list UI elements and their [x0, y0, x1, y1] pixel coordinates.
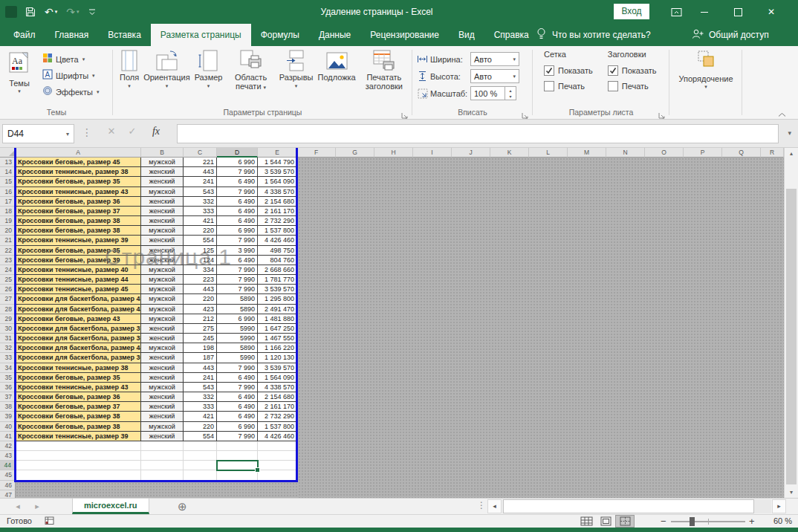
select-all-corner[interactable] [0, 148, 16, 158]
cell-total[interactable]: 1 564 090 [258, 373, 297, 383]
cell-total[interactable]: 2 491 470 [258, 305, 297, 314]
save-icon[interactable] [21, 3, 40, 21]
cell-gender[interactable]: женский [141, 334, 184, 343]
row-header-18[interactable]: 18 [0, 207, 16, 216]
macro-record-icon[interactable] [45, 516, 54, 527]
cell-price[interactable]: 7 990 [217, 187, 258, 197]
cell-gender[interactable]: женский [141, 216, 184, 226]
row-header-28[interactable]: 28 [0, 305, 16, 314]
cell-gender[interactable]: женский [141, 373, 184, 383]
cell-qty[interactable]: 275 [184, 324, 217, 334]
column-header-m[interactable]: M [568, 148, 606, 158]
cell-price[interactable]: 7 990 [217, 432, 258, 441]
row-header-22[interactable]: 22 [0, 246, 16, 256]
cell-qty[interactable]: 221 [184, 158, 217, 167]
zoom-slider[interactable] [671, 521, 745, 522]
cell-total[interactable]: 2 154 680 [258, 197, 297, 207]
spinner-down-icon[interactable]: ▾ [505, 94, 516, 100]
row-header-27[interactable]: 27 [0, 294, 16, 305]
themes-item[interactable]: Эффекты▾ [42, 84, 100, 100]
cell-qty[interactable]: 333 [184, 207, 217, 216]
dialog-launcher-icon[interactable] [522, 108, 529, 116]
cell-total[interactable]: 1 781 770 [258, 275, 297, 285]
maximize-icon[interactable] [726, 0, 750, 24]
cell-name[interactable]: Кроссовки для баскетбола, размер 41 [16, 294, 141, 305]
cell-price[interactable]: 6 490 [217, 412, 258, 422]
empty-cell[interactable] [258, 470, 297, 481]
row-header-26[interactable]: 26 [0, 285, 16, 294]
cell-price[interactable]: 6 490 [217, 402, 258, 412]
cell-name[interactable]: Кроссовки теннисные, размер 43 [16, 383, 141, 392]
page-setup-button[interactable]: Разрывы▾ [277, 48, 316, 89]
cell-gender[interactable]: женский [141, 363, 184, 373]
column-header-d[interactable]: D [217, 148, 258, 158]
horizontal-scrollbar-thumb[interactable] [503, 499, 754, 513]
cell-total[interactable]: 3 539 570 [258, 363, 297, 373]
cell-name[interactable]: Кроссовки беговые, размер 37 [16, 207, 141, 216]
cell-total[interactable]: 804 760 [258, 256, 297, 265]
column-header-k[interactable]: K [490, 148, 529, 158]
empty-cell[interactable] [141, 470, 184, 481]
checkbox-unchecked[interactable] [544, 81, 554, 91]
cell-total[interactable]: 1 467 550 [258, 334, 297, 343]
row-header-34[interactable]: 34 [0, 363, 16, 373]
cell-price[interactable]: 6 990 [217, 226, 258, 236]
view-page-layout-icon[interactable] [596, 515, 615, 528]
cell-price[interactable]: 6 490 [217, 373, 258, 383]
page-setup-button[interactable]: Размер▾ [192, 48, 225, 89]
sheet-nav-right-icon[interactable]: ▸ [30, 499, 45, 514]
cell-qty[interactable]: 332 [184, 197, 217, 207]
row-header-14[interactable]: 14 [0, 167, 16, 177]
collapse-ribbon-icon[interactable] [778, 107, 787, 113]
expand-formula-bar-icon[interactable]: ▾ [788, 129, 791, 137]
share-button[interactable]: Общий доступ [692, 24, 769, 46]
enter-icon[interactable]: ✓ [123, 126, 141, 137]
cell-price[interactable]: 5890 [217, 305, 258, 314]
empty-cell[interactable] [16, 451, 141, 461]
cell-name[interactable]: Кроссовки теннисные, размер 44 [16, 275, 141, 285]
cell-total[interactable]: 4 426 460 [258, 432, 297, 441]
page-setup-button[interactable]: Подложка [315, 48, 357, 82]
zoom-in-icon[interactable]: + [749, 516, 755, 527]
cancel-icon[interactable]: ✕ [103, 126, 120, 137]
row-header-38[interactable]: 38 [0, 402, 16, 412]
spinner-up-icon[interactable]: ▴ [505, 87, 516, 94]
vertical-scrollbar[interactable]: ▴ ▾ [784, 148, 798, 498]
cell-total[interactable]: 3 539 570 [258, 285, 297, 294]
cell-total[interactable]: 4 426 460 [258, 236, 297, 246]
cell-qty[interactable]: 333 [184, 402, 217, 412]
insert-function-icon[interactable]: fx [147, 126, 165, 137]
cell-name[interactable]: Кроссовки теннисные, размер 38 [16, 363, 141, 373]
ribbon-tab[interactable]: Данные [309, 24, 360, 46]
cell-qty[interactable]: 220 [184, 226, 217, 236]
spinner-buttons[interactable]: ▴▾ [505, 86, 516, 100]
excel-app-icon[interactable] [5, 6, 17, 18]
row-header-45[interactable]: 45 [0, 470, 16, 481]
cell-total[interactable]: 2 161 170 [258, 207, 297, 216]
dialog-launcher-icon[interactable] [401, 108, 409, 116]
cell-name[interactable]: Кроссовки беговые, размер 38 [16, 216, 141, 226]
cell-total[interactable]: 2 154 680 [258, 392, 297, 402]
page-setup-button[interactable]: Область печати▾ [224, 48, 276, 92]
row-header-17[interactable]: 17 [0, 197, 16, 207]
scroll-left-icon[interactable]: ◂ [487, 499, 502, 513]
column-header-a[interactable]: A [16, 148, 141, 158]
cell-qty[interactable]: 220 [184, 294, 217, 305]
cell-total[interactable]: 1 647 250 [258, 324, 297, 334]
cell-gender[interactable]: мужской [141, 383, 184, 392]
cell-total[interactable]: 2 732 290 [258, 216, 297, 226]
column-header-c[interactable]: C [184, 148, 217, 158]
cell-qty[interactable]: 543 [184, 187, 217, 197]
row-header-46[interactable]: 46 [0, 481, 16, 490]
cell-total[interactable]: 4 338 570 [258, 383, 297, 392]
row-header-19[interactable]: 19 [0, 216, 16, 226]
page-setup-button[interactable]: Поля▾ [117, 48, 141, 89]
row-header-42[interactable]: 42 [0, 441, 16, 451]
cell-total[interactable]: 1 537 800 [258, 226, 297, 236]
cell-gender[interactable]: мужской [141, 422, 184, 432]
checkbox-row[interactable]: Печать [608, 78, 657, 94]
cell-name[interactable]: Кроссовки беговые, размер 35 [16, 373, 141, 383]
cell-price[interactable]: 6 990 [217, 158, 258, 167]
add-sheet-icon[interactable]: ⊕ [178, 500, 187, 513]
row-header-21[interactable]: 21 [0, 236, 16, 246]
